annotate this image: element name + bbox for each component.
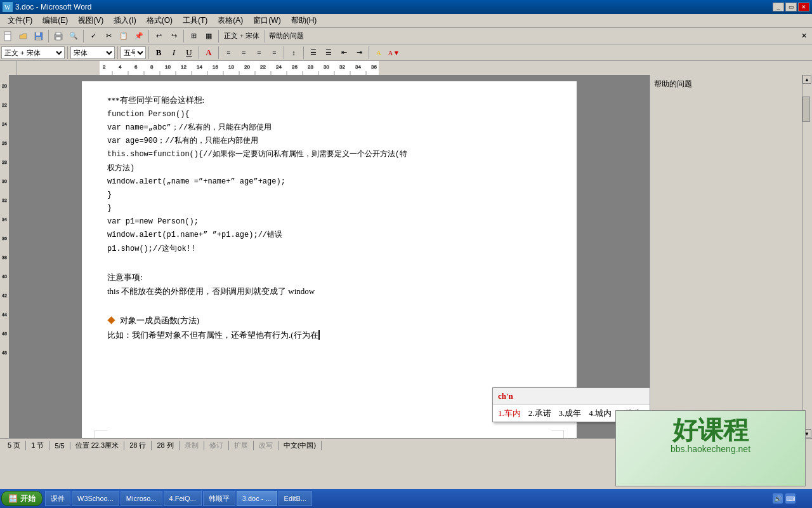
justify-button[interactable]: ≡: [267, 46, 281, 60]
svg-text:34: 34: [355, 64, 361, 70]
menu-help[interactable]: 帮助(H): [286, 14, 322, 27]
help-panel-title: 帮助的问题: [654, 79, 798, 90]
toolbar-sep-5: [218, 30, 219, 43]
svg-text:18: 18: [228, 64, 234, 70]
svg-rect-9: [56, 32, 61, 35]
menu-format[interactable]: 格式(O): [141, 14, 178, 27]
svg-text:48: 48: [2, 351, 7, 355]
italic-button[interactable]: I: [167, 46, 181, 60]
toolbar-sep-6: [265, 30, 265, 43]
svg-text:26: 26: [2, 141, 7, 145]
highlight-button[interactable]: A: [372, 46, 386, 60]
columns-button[interactable]: ▦: [202, 29, 216, 43]
scroll-thumb[interactable]: [802, 97, 810, 122]
start-button[interactable]: 🪟 开始: [1, 491, 43, 506]
fmt-sep-2: [117, 46, 118, 59]
watermark-text: 好课程: [616, 411, 805, 444]
restore-button[interactable]: ▭: [785, 3, 797, 11]
cut-button[interactable]: ✂: [102, 29, 115, 43]
svg-text:34: 34: [2, 217, 7, 222]
decrease-indent-button[interactable]: ⇤: [337, 46, 351, 60]
font-select[interactable]: 宋体: [70, 46, 115, 59]
taskbar-item-6[interactable]: EditB...: [278, 491, 312, 506]
preview-button[interactable]: 🔍: [67, 29, 81, 43]
taskbar-item-4[interactable]: 韩顺平: [203, 491, 235, 506]
fmt-sep-1: [67, 46, 68, 59]
save-button[interactable]: [32, 29, 46, 43]
ime-candidate-2[interactable]: 2.承诺: [528, 408, 551, 419]
underline-button[interactable]: U: [182, 46, 196, 60]
increase-indent-button[interactable]: ⇥: [352, 46, 366, 60]
font-color-button[interactable]: A: [202, 46, 216, 60]
redo-button[interactable]: ↪: [167, 29, 181, 43]
taskbar-item-2[interactable]: Microso...: [121, 491, 162, 506]
scroll-track[interactable]: [802, 84, 812, 429]
scroll-up-button[interactable]: ▲: [802, 75, 811, 84]
spell-button[interactable]: ✓: [86, 29, 100, 43]
paste-button[interactable]: 📌: [132, 29, 146, 43]
align-center-button[interactable]: ≡: [237, 46, 251, 60]
start-label: 开始: [20, 493, 36, 504]
ime-input-text: ch'n: [498, 391, 513, 401]
svg-text:36: 36: [2, 236, 7, 241]
menu-window[interactable]: 窗口(W): [248, 14, 285, 27]
line-spacing-button[interactable]: ↕: [287, 46, 301, 60]
align-left-button[interactable]: ≡: [221, 46, 235, 60]
document-page: ***有些同学可能会这样想: function Person(){ var na…: [82, 81, 577, 438]
taskbar-item-3[interactable]: 4.FeiQ...: [164, 491, 202, 506]
line-empty-2: [107, 300, 551, 313]
menu-insert[interactable]: 插入(I): [108, 14, 141, 27]
svg-text:46: 46: [2, 331, 7, 336]
align-right-button[interactable]: ≡: [252, 46, 266, 60]
bullets-button[interactable]: ☰: [306, 46, 320, 60]
help-close-button[interactable]: ✕: [797, 29, 811, 43]
close-button[interactable]: ✕: [798, 3, 809, 11]
status-section: 1 节: [26, 441, 49, 450]
taskbar-item-1[interactable]: W3Schoo...: [72, 491, 119, 506]
status-row: 28 行: [124, 441, 152, 450]
svg-rect-2: [4, 32, 11, 41]
diamond-icon: ◆: [107, 316, 115, 325]
table-button[interactable]: ⊞: [187, 29, 200, 43]
menu-edit[interactable]: 编辑(E): [37, 14, 73, 27]
menu-file[interactable]: 文件(F): [3, 14, 37, 27]
line-code-2: var name=„abc”；//私有的，只能在内部使用: [107, 122, 551, 134]
minimize-button[interactable]: _: [773, 3, 784, 11]
undo-button[interactable]: ↩: [152, 29, 166, 43]
line-code-5: 权方法): [107, 163, 551, 175]
tray-icon-1: 🔊: [773, 493, 783, 504]
svg-text:20: 20: [244, 64, 250, 70]
menu-tools[interactable]: 工具(T): [178, 14, 213, 27]
svg-text:38: 38: [2, 255, 7, 260]
menu-table[interactable]: 表格(A): [213, 14, 248, 27]
svg-text:28: 28: [308, 64, 313, 70]
document-area[interactable]: ***有些同学可能会这样想: function Person(){ var na…: [9, 75, 650, 438]
page-marks: [82, 431, 577, 438]
svg-text:22: 22: [2, 103, 7, 107]
new-button[interactable]: [1, 29, 15, 43]
fmt-sep-5: [218, 46, 219, 59]
svg-rect-7: [36, 37, 41, 40]
open-button[interactable]: [16, 29, 30, 43]
font-color-btn2[interactable]: A▼: [387, 46, 401, 60]
taskbar-item-5[interactable]: 3.doc - ...: [237, 491, 277, 506]
ime-candidate-3[interactable]: 3.成年: [559, 408, 582, 419]
bold-button[interactable]: B: [152, 46, 166, 60]
style-select[interactable]: 正文 + 宋体: [1, 46, 65, 59]
vertical-scrollbar[interactable]: ▲ ▼: [802, 75, 812, 438]
document-content: ***有些同学可能会这样想: function Person(){ var na…: [107, 94, 551, 342]
copy-button[interactable]: 📋: [117, 29, 131, 43]
svg-text:36: 36: [371, 64, 377, 70]
menu-view[interactable]: 视图(V): [73, 14, 108, 27]
taskbar-tray: 🔊 ⌨: [770, 493, 811, 504]
watermark-url: bbs.haokecheng.net: [616, 444, 805, 454]
size-select[interactable]: 五号: [121, 46, 146, 59]
ime-candidate-1[interactable]: 1.车内: [498, 408, 521, 419]
print-button[interactable]: [51, 29, 65, 43]
toolbar-sep-1: [48, 30, 49, 43]
numbering-button[interactable]: ☰: [322, 46, 336, 60]
taskbar-item-label-5: 3.doc - ...: [242, 495, 272, 502]
ime-candidate-4[interactable]: 4.城内: [589, 408, 612, 419]
status-tracking: 修订: [204, 441, 229, 450]
taskbar-item-0[interactable]: 课件: [45, 491, 70, 506]
